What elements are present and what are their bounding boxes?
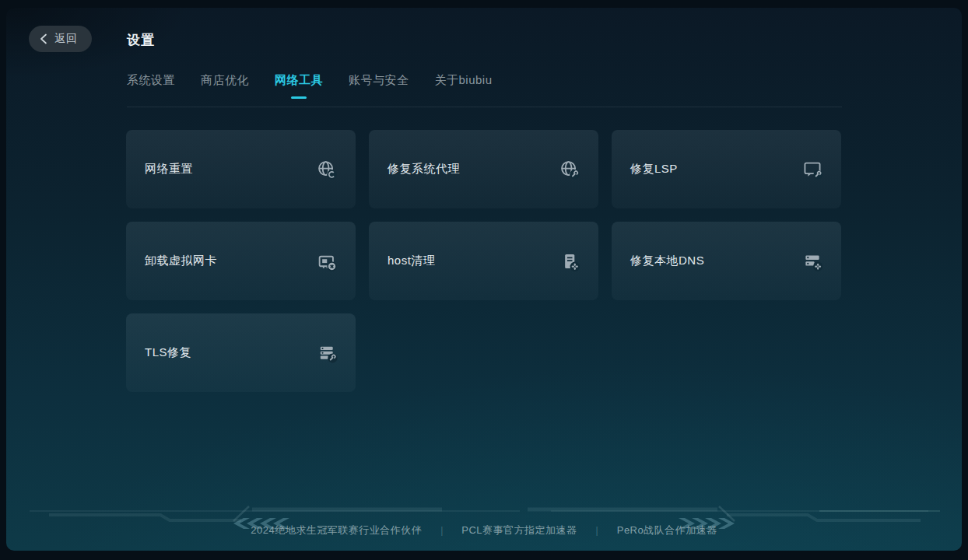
tool-card-label: host清理 — [388, 254, 435, 268]
document-clean-icon — [559, 250, 580, 272]
tab-label: 关于biubiu — [435, 73, 493, 86]
footer-partners: 2024绝地求生冠军联赛行业合作伙伴|PCL赛事官方指定加速器|PeRo战队合作… — [6, 523, 962, 537]
active-tab-underline — [291, 96, 307, 99]
chevron-left-icon — [39, 33, 48, 44]
footer: 2024绝地求生冠军联赛行业合作伙伴|PCL赛事官方指定加速器|PeRo战队合作… — [6, 495, 962, 551]
tab-label: 网络工具 — [275, 73, 323, 86]
tool-card-5[interactable]: host清理 — [369, 222, 598, 300]
network-adapter-remove-icon — [316, 250, 338, 272]
globe-reset-icon — [316, 159, 338, 180]
tool-card-2[interactable]: 修复系统代理 — [369, 130, 598, 208]
tab-label: 商店优化 — [201, 73, 249, 86]
tool-card-label: TLS修复 — [145, 345, 191, 360]
tab-2[interactable]: 商店优化 — [201, 73, 249, 88]
tab-4[interactable]: 账号与安全 — [349, 73, 409, 88]
tool-card-3[interactable]: 修复LSP — [612, 130, 841, 208]
footer-separator: | — [440, 525, 443, 536]
tab-label: 系统设置 — [127, 73, 175, 86]
footer-partner-text-3: PeRo战队合作加速器 — [617, 523, 717, 537]
tab-1[interactable]: 系统设置 — [127, 73, 175, 88]
footer-partner-text-2: PCL赛事官方指定加速器 — [461, 523, 577, 537]
tool-card-4[interactable]: 卸载虚拟网卡 — [126, 222, 356, 300]
tool-card-7[interactable]: TLS修复 — [126, 313, 356, 392]
settings-panel: 返回 设置 系统设置 商店优化 网络工具 账号与安全 关于biubiu 网络重置… — [6, 8, 962, 551]
tool-card-label: 修复系统代理 — [388, 162, 460, 177]
server-clean-icon — [801, 250, 823, 272]
network-tools-grid: 网络重置 修复系统代理 修复LSP 卸载虚拟网卡 host清理 修复本地DNS … — [126, 130, 841, 392]
footer-separator: | — [596, 525, 598, 536]
monitor-wrench-icon — [801, 159, 823, 180]
server-wrench-icon — [316, 342, 338, 364]
footer-partner-text-1: 2024绝地求生冠军联赛行业合作伙伴 — [251, 523, 422, 537]
tool-card-label: 修复LSP — [630, 162, 678, 177]
tool-card-6[interactable]: 修复本地DNS — [612, 222, 841, 300]
tab-3[interactable]: 网络工具 — [275, 73, 323, 88]
tool-card-1[interactable]: 网络重置 — [126, 130, 356, 208]
globe-wrench-icon — [559, 159, 580, 180]
tool-card-label: 修复本地DNS — [630, 254, 704, 268]
tool-card-label: 网络重置 — [145, 162, 193, 177]
tabs-divider — [127, 107, 842, 107]
tool-card-label: 卸载虚拟网卡 — [145, 254, 217, 268]
page-title: 设置 — [127, 31, 155, 49]
tab-5[interactable]: 关于biubiu — [435, 73, 493, 88]
settings-tabs: 系统设置 商店优化 网络工具 账号与安全 关于biubiu — [127, 73, 493, 88]
back-button-label: 返回 — [54, 32, 78, 46]
back-button[interactable]: 返回 — [29, 26, 92, 52]
tab-label: 账号与安全 — [349, 73, 409, 86]
